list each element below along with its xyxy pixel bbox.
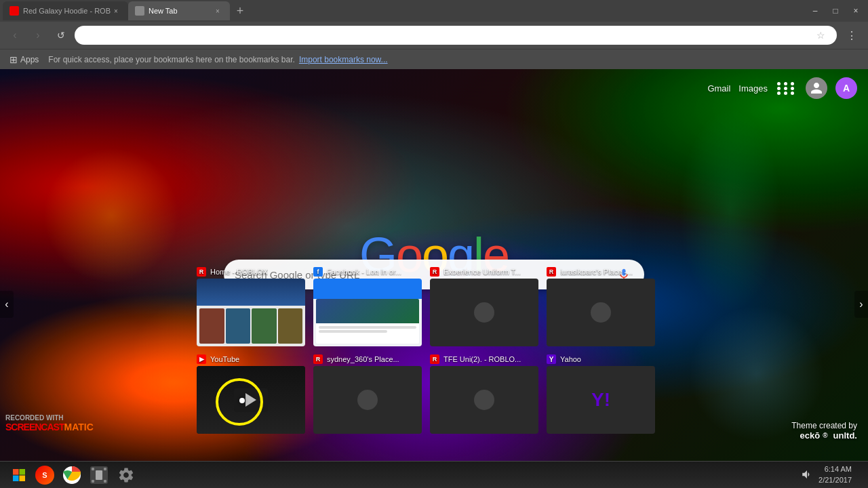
user-avatar[interactable]: A (835, 77, 857, 99)
svg-rect-7 (92, 468, 94, 470)
window-controls: – □ × (806, 3, 868, 18)
thumb-preview-facebook (313, 279, 422, 346)
screencast-logo: SCREENCAST MATIC (5, 422, 94, 432)
thumbnail-home-roblox[interactable]: R Home - ROBLOX (197, 264, 305, 346)
forward-arrow-icon: › (36, 29, 39, 41)
thumb-label-facebook: Facebook - Log In or... (327, 268, 401, 276)
close-button[interactable]: × (846, 3, 865, 18)
scroll-right-button[interactable]: › (854, 291, 868, 318)
svg-rect-0 (13, 469, 19, 475)
thumb-label-roblox: Home - ROBLOX (210, 268, 268, 276)
film-icon (90, 466, 108, 484)
main-content: Gmail Images A Google Philippines (0, 69, 868, 461)
gear-icon (117, 466, 135, 484)
apps-bookmark-button[interactable]: ⊞ Apps (5, 53, 43, 66)
svg-rect-10 (104, 480, 106, 483)
bookmarks-message: For quick access, place your bookmarks h… (48, 55, 295, 64)
tab-roblox-close[interactable]: × (111, 5, 121, 16)
thumb-header-jurasikparc: R jurasikparc's Place -... (547, 264, 655, 279)
taskbar-volume-icon[interactable] (801, 468, 813, 482)
taskbar-chrome-icon[interactable] (60, 463, 84, 487)
account-circle-button[interactable] (806, 77, 827, 99)
thumb-label-experience: Experience Uniform T... (443, 268, 521, 276)
ecko-brand: eckō (800, 430, 821, 441)
ecko-registered: ® (823, 432, 827, 439)
new-tab-button[interactable]: + (230, 1, 250, 20)
apps-dots-icon (777, 82, 796, 95)
header-links: Gmail Images A (707, 77, 857, 99)
svg-rect-2 (13, 475, 19, 481)
thumb-preview-yahoo: Y! (547, 366, 655, 434)
bookmarks-bar: ⊞ Apps For quick access, place your book… (0, 49, 868, 69)
thumb-label-tfe: TFE Uni(2). - ROBLO... (443, 355, 521, 363)
tab-roblox[interactable]: Red Galaxy Hoodie - ROB × (3, 1, 128, 20)
ecko-logo: eckō ® unltd. (800, 430, 857, 441)
back-button[interactable]: ‹ (5, 26, 24, 45)
thumbnail-jurasikparc[interactable]: R jurasikparc's Place -... (547, 264, 655, 346)
taskbar-right: 6:14 AM 2/21/2017 (801, 464, 863, 485)
taskbar-date-value: 2/21/2017 (818, 475, 852, 485)
taskbar-time-value: 6:14 AM (818, 464, 852, 474)
google-apps-button[interactable] (776, 77, 797, 99)
forward-button[interactable]: › (28, 26, 47, 45)
gmail-link[interactable]: Gmail (707, 83, 730, 94)
import-bookmarks-link[interactable]: Import bookmarks now... (299, 55, 388, 64)
thumbnail-youtube[interactable]: ▶ YouTube (197, 352, 305, 434)
roblox-favicon (9, 6, 19, 16)
scroll-left-button[interactable]: ‹ (0, 291, 14, 318)
minimize-button[interactable]: – (806, 3, 825, 18)
reload-button[interactable]: ↺ (52, 26, 71, 45)
address-bar[interactable]: ☆ (75, 26, 837, 45)
thumbnail-sydney360[interactable]: R sydney_360's Place... (313, 352, 422, 434)
facebook-favicon: f (313, 267, 323, 277)
tab-newtab-close[interactable]: × (212, 5, 223, 16)
thumb-preview-sydney360 (313, 366, 422, 434)
thumbnail-facebook[interactable]: f Facebook - Log In or... (313, 264, 422, 346)
reload-icon: ↺ (57, 30, 65, 41)
bookmark-star-icon[interactable]: ☆ (812, 27, 829, 43)
thumbnails-grid: R Home - ROBLOX f Facebook - Log In or..… (197, 264, 671, 434)
back-arrow-icon: ‹ (13, 29, 16, 41)
svg-rect-8 (104, 468, 106, 470)
taskbar-apps: S (33, 463, 801, 487)
taskbar-film-icon[interactable] (87, 463, 111, 487)
chrome-menu-button[interactable]: ⋮ (841, 24, 863, 46)
thumbnail-tfe-uni[interactable]: R TFE Uni(2). - ROBLO... (430, 352, 538, 434)
images-link[interactable]: Images (738, 83, 768, 94)
youtube-favicon: ▶ (197, 354, 206, 364)
yahoo-favicon: Y (547, 354, 556, 364)
ecko-unltd: unltd. (833, 430, 857, 441)
taskbar-screencast-icon[interactable]: S (33, 463, 57, 487)
screencast-text: SCREENCAST (5, 422, 64, 432)
thumb-label-sydney360: sydney_360's Place... (327, 355, 399, 363)
tab-newtab[interactable]: New Tab × (128, 1, 230, 20)
thumb-preview-youtube (197, 366, 305, 434)
person-icon (810, 81, 823, 95)
thumb-preview-experience (430, 279, 538, 346)
start-button[interactable] (5, 464, 33, 486)
thumb-header-facebook: f Facebook - Log In or... (313, 264, 422, 279)
svg-rect-3 (20, 475, 26, 481)
thumb-header-tfe: R TFE Uni(2). - ROBLO... (430, 352, 538, 366)
matic-text: MATIC (64, 422, 93, 432)
thumbnail-yahoo[interactable]: Y Yahoo Y! (547, 352, 655, 434)
thumb-preview-tfe (430, 366, 538, 434)
taskbar-settings-icon[interactable] (114, 463, 138, 487)
taskbar-clock: 6:14 AM 2/21/2017 (818, 464, 852, 485)
thumb-header-youtube: ▶ YouTube (197, 352, 305, 366)
svg-rect-9 (92, 480, 94, 483)
newtab-favicon (135, 6, 144, 16)
thumb-label-jurasikparc: jurasikparc's Place -... (560, 268, 633, 276)
screencast-taskbar-logo: S (35, 466, 54, 485)
windows-logo-icon (12, 468, 26, 482)
thumb-label-yahoo: Yahoo (560, 355, 581, 363)
thumb-header-experience: R Experience Uniform T... (430, 264, 538, 279)
cursor (239, 398, 245, 403)
thumb-header-sydney360: R sydney_360's Place... (313, 352, 422, 366)
roblox-home-favicon: R (197, 267, 206, 277)
navigation-bar: ‹ › ↺ ☆ ⋮ (0, 22, 868, 49)
apps-grid-icon: ⊞ (9, 54, 18, 65)
maximize-button[interactable]: □ (826, 3, 845, 18)
tab-roblox-label: Red Galaxy Hoodie - ROB (23, 7, 111, 15)
thumbnail-experience-uniform[interactable]: R Experience Uniform T... (430, 264, 538, 346)
